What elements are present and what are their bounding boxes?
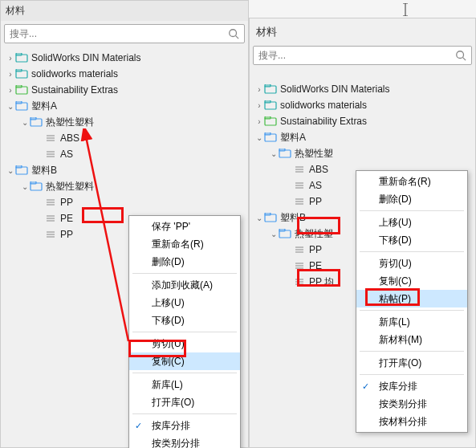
menu-separator: [132, 373, 237, 373]
folder-icon: [264, 100, 277, 111]
menu-copy[interactable]: 复制(C): [356, 272, 467, 290]
material-icon: [44, 132, 57, 144]
folder-icon: [15, 165, 28, 176]
tree-item[interactable]: ABS: [2, 130, 246, 146]
menu-delete[interactable]: 删除(D): [129, 253, 240, 271]
material-icon: [293, 164, 306, 175]
menu-sort-library[interactable]: ✓按库分排: [129, 417, 240, 434]
folder-icon: [15, 84, 28, 96]
menu-new-library[interactable]: 新库(L): [129, 376, 240, 393]
menu-rename[interactable]: 重新命名(R): [356, 173, 467, 190]
tree-item[interactable]: ›SolidWorks DIN Materials: [251, 81, 474, 97]
svg-point-0: [230, 30, 237, 37]
tree-item[interactable]: ›solidworks materials: [251, 97, 474, 113]
tree-item[interactable]: ›SolidWorks DIN Materials: [2, 50, 246, 66]
folder-icon: [279, 228, 291, 239]
folder-icon: [279, 148, 291, 159]
menu-add-favorite[interactable]: 添加到收藏(A): [129, 276, 240, 294]
svg-line-1: [236, 36, 239, 39]
tree-item[interactable]: AS: [2, 146, 246, 162]
material-icon: [293, 196, 306, 207]
menu-open-library[interactable]: 打开库(O): [129, 393, 240, 411]
svg-point-31: [457, 51, 464, 59]
material-icon: [293, 244, 306, 255]
menu-separator: [132, 413, 237, 414]
tree-item[interactable]: ›Sustainability Extras: [2, 82, 246, 98]
menu-open-library[interactable]: 打开库(O): [356, 354, 467, 372]
menu-sort-material[interactable]: 按材料分排: [356, 413, 467, 430]
tree-item[interactable]: ⌄热塑性塑: [251, 145, 474, 161]
menu-new-material[interactable]: 新材料(M): [356, 331, 467, 348]
folder-icon: [15, 52, 28, 63]
left-search-input[interactable]: [10, 28, 228, 39]
folder-icon: [264, 83, 277, 95]
check-icon: ✓: [135, 421, 142, 431]
menu-rename[interactable]: 重新命名(R): [129, 235, 240, 253]
folder-icon: [264, 116, 277, 127]
menu-cut[interactable]: 剪切(U): [129, 335, 240, 352]
tree-item[interactable]: ⌄热塑性塑料: [2, 178, 246, 194]
tree-item[interactable]: ⌄塑料B: [2, 162, 246, 178]
folder-icon: [15, 68, 28, 79]
tree-item[interactable]: ›Sustainability Extras: [251, 113, 474, 129]
menu-sort-category[interactable]: 按类别分排: [356, 395, 467, 413]
folder-icon: [264, 132, 277, 143]
folder-icon: [30, 116, 43, 128]
menu-separator: [360, 351, 464, 352]
folder-icon: [30, 181, 43, 192]
tree-item[interactable]: ⌄热塑性塑料: [2, 114, 246, 130]
material-icon: [44, 213, 57, 224]
menu-paste[interactable]: 粘帖(P): [356, 290, 467, 307]
menu-sort-library[interactable]: ✓按库分排: [356, 377, 467, 395]
material-icon: [44, 229, 57, 240]
right-panel-title: 材料: [250, 18, 475, 43]
search-icon: [455, 50, 466, 61]
right-search-box[interactable]: [253, 46, 472, 65]
menu-new-library[interactable]: 新库(L): [356, 313, 467, 331]
material-icon: [293, 180, 306, 191]
material-icon: [44, 149, 57, 160]
menu-separator: [132, 332, 237, 332]
left-search-box[interactable]: [4, 24, 245, 43]
menu-separator: [360, 374, 464, 375]
left-panel-title: 材料: [1, 1, 248, 21]
left-context-menu: 保存 'PP' 重新命名(R) 删除(D) 添加到收藏(A) 上移(U) 下移(…: [128, 215, 241, 448]
material-icon: [293, 276, 306, 287]
search-icon: [228, 28, 239, 39]
svg-line-32: [463, 58, 466, 61]
menu-move-down[interactable]: 下移(D): [356, 231, 467, 249]
menu-move-up[interactable]: 上移(U): [129, 294, 240, 312]
tree-item[interactable]: PP: [2, 194, 246, 210]
menu-copy[interactable]: 复制(C): [129, 352, 240, 370]
folder-icon: [264, 212, 277, 223]
material-icon: [44, 197, 57, 208]
tree-item[interactable]: ⌄塑料A: [251, 129, 474, 145]
material-icon: [293, 260, 306, 271]
tree-item[interactable]: ⌄塑料A: [2, 98, 246, 114]
menu-sort-category[interactable]: 按类别分排: [129, 434, 240, 448]
menu-move-down[interactable]: 下移(D): [129, 312, 240, 329]
text-cursor-icon: [401, 3, 409, 16]
menu-separator: [360, 251, 464, 252]
menu-separator: [360, 210, 464, 211]
menu-separator: [360, 310, 464, 311]
tree-item[interactable]: ›solidworks materials: [2, 66, 246, 82]
menu-move-up[interactable]: 上移(U): [356, 214, 467, 231]
menu-delete[interactable]: 删除(D): [356, 190, 467, 208]
menu-cut[interactable]: 剪切(U): [356, 255, 467, 272]
right-search-input[interactable]: [258, 50, 455, 61]
folder-icon: [15, 100, 28, 112]
check-icon: ✓: [362, 381, 369, 392]
right-context-menu: 重新命名(R) 删除(D) 上移(U) 下移(D) 剪切(U) 复制(C) 粘帖…: [356, 170, 468, 433]
menu-save[interactable]: 保存 'PP': [129, 218, 240, 235]
menu-separator: [132, 273, 237, 274]
